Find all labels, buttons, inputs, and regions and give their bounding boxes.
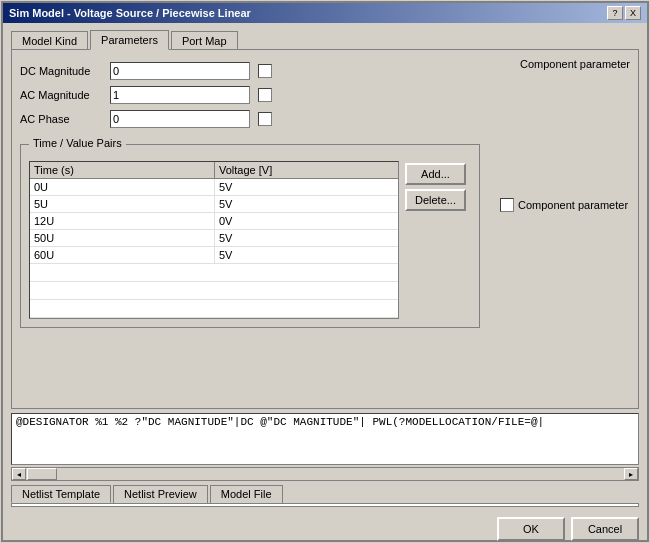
tab-port-map[interactable]: Port Map [171, 31, 238, 50]
ok-button[interactable]: OK [497, 517, 565, 541]
add-button[interactable]: Add... [405, 163, 466, 185]
ac-magnitude-label: AC Magnitude [20, 89, 110, 101]
ac-magnitude-row: AC Magnitude [20, 86, 630, 104]
comp-param-right-checkbox[interactable] [500, 198, 514, 212]
col-voltage: Voltage [V] [215, 162, 395, 178]
cell-voltage: 5V [215, 196, 395, 212]
title-bar: Sim Model - Voltage Source / Piecewise L… [3, 3, 647, 23]
cell-time: 0U [30, 179, 215, 195]
ac-magnitude-checkbox[interactable] [258, 88, 272, 102]
content-area: Model Kind Parameters Port Map Component… [3, 23, 647, 540]
time-value-group: Time / Value Pairs Time (s) Voltage [V] … [20, 144, 480, 328]
template-textbox[interactable]: @DESIGNATOR %1 %2 ?"DC MAGNITUDE"|DC @"D… [11, 413, 639, 465]
tab-model-kind[interactable]: Model Kind [11, 31, 88, 50]
bottom-border [11, 503, 639, 507]
table-row[interactable]: 12U 0V [30, 213, 398, 230]
title-controls: ? X [607, 6, 641, 20]
col-time: Time (s) [30, 162, 215, 178]
bottom-section: @DESIGNATOR %1 %2 ?"DC MAGNITUDE"|DC @"D… [11, 413, 639, 507]
comp-param-right: Component parameter [492, 198, 628, 212]
table-header: Time (s) Voltage [V] [30, 162, 398, 179]
ac-phase-checkbox[interactable] [258, 112, 272, 126]
close-button[interactable]: X [625, 6, 641, 20]
window-title: Sim Model - Voltage Source / Piecewise L… [9, 7, 251, 19]
footer: OK Cancel [11, 513, 639, 541]
cell-time: 60U [30, 247, 215, 263]
horizontal-scrollbar[interactable]: ◂ ▸ [11, 467, 639, 481]
main-window: Sim Model - Voltage Source / Piecewise L… [1, 1, 649, 542]
scroll-thumb[interactable] [27, 468, 57, 480]
params-section: DC Magnitude AC Magnitude AC Phase [20, 62, 630, 130]
cell-time: 50U [30, 230, 215, 246]
help-button[interactable]: ? [607, 6, 623, 20]
side-buttons: Add... Delete... [405, 163, 466, 211]
dc-magnitude-input[interactable] [110, 62, 250, 80]
table-row-empty [30, 264, 398, 282]
dc-magnitude-checkbox[interactable] [258, 64, 272, 78]
ac-phase-row: AC Phase [20, 110, 630, 128]
template-text: @DESIGNATOR %1 %2 ?"DC MAGNITUDE"|DC @"D… [16, 416, 544, 428]
cell-time: 12U [30, 213, 215, 229]
cell-voltage: 5V [215, 230, 395, 246]
table-row[interactable]: 60U 5V [30, 247, 398, 264]
tab-netlist-preview[interactable]: Netlist Preview [113, 485, 208, 503]
comp-param-right-label: Component parameter [518, 199, 628, 211]
tab-content: Component parameter DC Magnitude AC Magn… [11, 49, 639, 409]
bottom-tabs-row: Netlist Template Netlist Preview Model F… [11, 485, 639, 503]
ac-phase-input[interactable] [110, 110, 250, 128]
table-row-empty [30, 282, 398, 300]
scroll-left-btn[interactable]: ◂ [12, 468, 26, 480]
table-row[interactable]: 0U 5V [30, 179, 398, 196]
component-param-header: Component parameter [520, 58, 630, 70]
tab-netlist-template[interactable]: Netlist Template [11, 485, 111, 503]
cell-voltage: 0V [215, 213, 395, 229]
dc-magnitude-label: DC Magnitude [20, 65, 110, 77]
tabs-row: Model Kind Parameters Port Map [11, 29, 639, 49]
cancel-button[interactable]: Cancel [571, 517, 639, 541]
cell-time: 5U [30, 196, 215, 212]
scroll-right-btn[interactable]: ▸ [624, 468, 638, 480]
table-row[interactable]: 5U 5V [30, 196, 398, 213]
table-row[interactable]: 50U 5V [30, 230, 398, 247]
time-value-table: Time (s) Voltage [V] 0U 5V 5U [29, 161, 399, 319]
tab-model-file[interactable]: Model File [210, 485, 283, 503]
cell-voltage: 5V [215, 247, 395, 263]
ac-phase-label: AC Phase [20, 113, 110, 125]
delete-button[interactable]: Delete... [405, 189, 466, 211]
ac-magnitude-input[interactable] [110, 86, 250, 104]
group-box-title: Time / Value Pairs [29, 137, 126, 149]
table-row-empty [30, 300, 398, 318]
tab-parameters[interactable]: Parameters [90, 30, 169, 50]
cell-voltage: 5V [215, 179, 395, 195]
